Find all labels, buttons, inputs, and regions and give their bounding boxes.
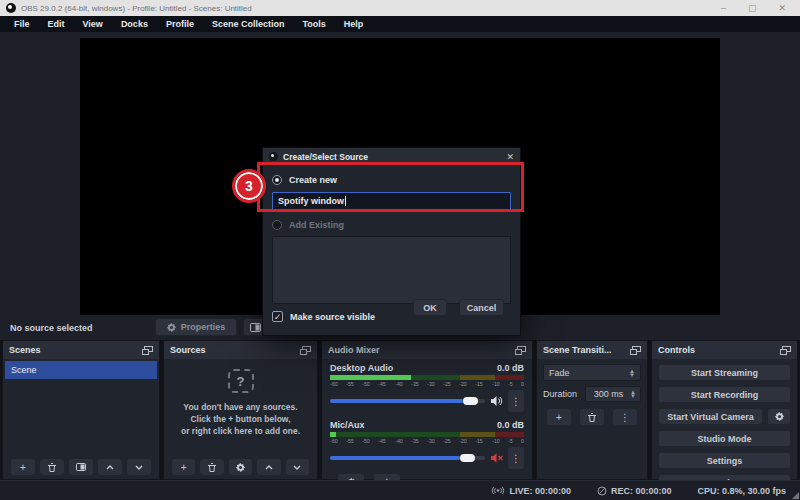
add-scene-button[interactable]: + — [11, 459, 35, 475]
chevron-up-icon — [106, 465, 114, 470]
minimize-icon[interactable]: – — [721, 0, 726, 16]
volume-meter — [330, 375, 524, 380]
annotation-step-badge: 3 — [235, 172, 263, 200]
dialog-title: Create/Select Source — [283, 152, 368, 162]
channel-menu-button[interactable]: ⋮ — [508, 390, 524, 412]
virtual-camera-settings-button[interactable] — [767, 408, 791, 425]
sources-panel: Sources ? You don't have any sources. Cl… — [163, 340, 318, 480]
properties-button[interactable]: Properties — [155, 318, 237, 336]
popout-icon[interactable] — [142, 346, 153, 355]
volume-meter — [330, 432, 524, 437]
popout-icon[interactable] — [515, 346, 526, 355]
chevron-up-icon — [265, 465, 273, 470]
volume-slider-handle[interactable] — [463, 397, 478, 405]
transition-menu-button[interactable]: ⋮ — [613, 409, 637, 425]
menu-edit[interactable]: Edit — [40, 16, 73, 32]
menu-docks[interactable]: Docks — [113, 16, 156, 32]
sources-empty-line: You don't have any sources. — [164, 401, 317, 413]
scene-up-button[interactable] — [98, 459, 122, 475]
menu-tools[interactable]: Tools — [294, 16, 333, 32]
source-properties-button[interactable] — [229, 459, 252, 475]
volume-slider-handle[interactable] — [460, 454, 475, 462]
source-down-button[interactable] — [286, 459, 309, 475]
window-title: OBS 29.0.2 (64-bit, windows) - Profile: … — [21, 4, 252, 13]
menu-profile[interactable]: Profile — [158, 16, 202, 32]
start-recording-button[interactable]: Start Recording — [658, 386, 791, 403]
channel-name: Mic/Aux — [330, 420, 365, 430]
sources-empty-line: or right click here to add one. — [164, 425, 317, 437]
add-source-button[interactable]: + — [172, 459, 195, 475]
studio-mode-button[interactable]: Studio Mode — [658, 430, 791, 447]
add-existing-radio[interactable] — [272, 220, 282, 230]
scenes-toolbar: + — [3, 455, 159, 479]
ok-button[interactable]: OK — [413, 299, 447, 316]
start-virtual-camera-button[interactable]: Start Virtual Camera — [658, 408, 763, 425]
trash-icon — [48, 463, 56, 472]
db-scale: -60-55-50-45-40-35-30-25-20-15-10-50 — [330, 381, 524, 387]
speaker-muted-icon[interactable] — [490, 453, 503, 463]
mixer-channel-mic-aux: Mic/Aux 0.0 dB -60-55-50-45-40-35-30-25-… — [330, 420, 524, 469]
scene-down-button[interactable] — [127, 459, 151, 475]
popout-icon[interactable] — [630, 346, 641, 355]
menu-bar: File Edit View Docks Profile Scene Colle… — [0, 16, 800, 32]
channel-menu-button[interactable]: ⋮ — [508, 447, 524, 469]
channel-name: Desktop Audio — [330, 363, 393, 373]
properties-button-label: Properties — [181, 322, 226, 332]
broadcast-icon — [491, 486, 505, 495]
obs-window: OBS 29.0.2 (64-bit, windows) - Profile: … — [0, 0, 800, 500]
dialog-close-icon[interactable]: ✕ — [506, 152, 514, 162]
scene-filters-button[interactable] — [69, 459, 93, 475]
filters-icon — [76, 463, 86, 471]
rec-time: REC: 00:00:00 — [611, 486, 672, 496]
audio-mixer-panel: Audio Mixer Desktop Audio 0.0 dB -60-55-… — [321, 340, 533, 480]
volume-slider[interactable] — [330, 456, 485, 460]
menu-help[interactable]: Help — [336, 16, 372, 32]
source-status-text: No source selected — [0, 323, 93, 333]
question-mark-icon: ? — [228, 369, 254, 393]
chevron-down-icon — [293, 465, 301, 470]
controls-header: Controls — [652, 341, 797, 359]
cancel-button[interactable]: Cancel — [459, 299, 504, 316]
filters-icon — [250, 323, 261, 332]
menu-scene-collection[interactable]: Scene Collection — [204, 16, 293, 32]
obs-logo-icon — [269, 152, 278, 161]
source-up-button[interactable] — [257, 459, 280, 475]
bottom-dock: Scenes Scene + Sources — [0, 340, 800, 480]
popout-icon[interactable] — [780, 346, 791, 355]
menu-view[interactable]: View — [75, 16, 111, 32]
popout-icon[interactable] — [300, 346, 311, 355]
duration-value: 300 ms — [594, 389, 624, 399]
scene-list-item[interactable]: Scene — [5, 361, 157, 379]
menu-file[interactable]: File — [6, 16, 38, 32]
speaker-icon[interactable] — [490, 396, 503, 406]
maximize-icon[interactable]: ▢ — [748, 0, 757, 16]
add-transition-button[interactable]: + — [547, 409, 571, 425]
live-status: LIVE: 00:00:00 — [491, 486, 571, 496]
trash-icon — [588, 413, 596, 422]
settings-button[interactable]: Settings — [658, 452, 791, 469]
remove-transition-button[interactable] — [580, 409, 604, 425]
remove-source-button[interactable] — [200, 459, 223, 475]
scenes-panel: Scenes Scene + — [2, 340, 160, 480]
record-disabled-icon — [597, 486, 607, 496]
add-existing-radio-row[interactable]: Add Existing — [272, 218, 511, 232]
remove-scene-button[interactable] — [40, 459, 64, 475]
start-streaming-button[interactable]: Start Streaming — [658, 364, 791, 381]
existing-sources-list[interactable] — [272, 236, 511, 304]
duration-label: Duration — [543, 389, 577, 399]
duration-spinbox[interactable]: 300 ms ▲▼ — [585, 386, 641, 402]
annotation-highlight-box — [257, 162, 524, 212]
gear-icon — [167, 323, 176, 332]
cpu-status: CPU: 0.8%, 30.00 fps — [697, 486, 786, 496]
scene-transitions-panel: Scene Transiti... Fade ▲▼ Duration 300 m… — [536, 340, 648, 480]
sources-panel-title: Sources — [170, 345, 206, 355]
transition-select[interactable]: Fade ▲▼ — [543, 364, 641, 381]
gear-icon — [775, 412, 784, 421]
resize-grip[interactable] — [792, 492, 799, 499]
obs-logo-icon — [6, 3, 16, 13]
gear-icon — [236, 463, 245, 472]
channel-db-value: 0.0 dB — [497, 363, 524, 373]
close-icon[interactable]: ✕ — [778, 0, 786, 16]
volume-slider[interactable] — [330, 399, 485, 403]
controls-title: Controls — [658, 345, 695, 355]
